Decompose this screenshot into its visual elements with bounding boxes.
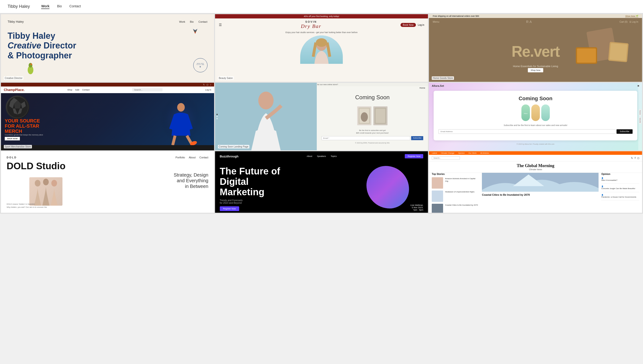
global-instagram-icon[interactable]: ◻ bbox=[637, 157, 639, 159]
global-opinion-2[interactable]: 👤 Concrete Jungle Can Be Made Beautiful bbox=[601, 186, 639, 192]
champ-athlete bbox=[157, 93, 205, 145]
champ-shop[interactable]: Shop bbox=[67, 89, 72, 91]
buzz-webinar-date: 5 Nov 2023, bbox=[411, 206, 423, 209]
buzz-hero: The Future ofDigital Marketing Trends an… bbox=[215, 161, 428, 213]
svg-point-1 bbox=[29, 63, 33, 68]
global-search-input[interactable] bbox=[432, 156, 460, 160]
champ-search-input[interactable] bbox=[132, 88, 163, 92]
erin-subscribe-btn[interactable]: Subscribe bbox=[411, 136, 424, 140]
nav-link-work[interactable]: Work bbox=[41, 4, 50, 9]
global-tab-all[interactable]: All Articles bbox=[480, 152, 489, 154]
erin-photo-panel bbox=[215, 83, 317, 150]
tibby-site-logo: Tibby Haley bbox=[8, 20, 24, 24]
erin-product-1 bbox=[357, 106, 372, 125]
champ-sub: Countless goods that keeps the memory al… bbox=[5, 134, 43, 136]
global-topbar: Latest Climate Change Opinion Our Work A… bbox=[429, 151, 642, 155]
revert-cart[interactable]: Cart (0) bbox=[619, 20, 628, 23]
buzz-topics[interactable]: Topics bbox=[331, 155, 337, 158]
global-story-2[interactable]: Heatwave of Unprecedented Highs bbox=[432, 190, 479, 202]
tibby-headline: Tibby Haley Creative Director & Photogra… bbox=[8, 31, 207, 60]
allura-sidebar: Features Subscribe bbox=[638, 83, 642, 150]
champ-topbar: 𝕏 ◻ ♪ bbox=[1, 83, 214, 86]
card-champ[interactable]: 𝕏 ◻ ♪ ChampPlace. Shop Sale Contact Log … bbox=[1, 83, 214, 150]
drybar-book-btn[interactable]: Book Now bbox=[401, 23, 416, 27]
revert-login[interactable]: & Log In bbox=[629, 20, 638, 23]
champ-sale[interactable]: Sale bbox=[75, 89, 80, 91]
card-allura[interactable]: Allura.Set ■ Coming Soon Allura bbox=[429, 83, 642, 150]
revert-topbar-link[interactable]: Shop Now 🌱 bbox=[625, 15, 638, 17]
global-opinion: Opinion 👤 Was It Increasible? 👤 Concrete… bbox=[601, 173, 639, 213]
svg-point-4 bbox=[316, 38, 327, 47]
buzz-about[interactable]: About bbox=[306, 155, 312, 158]
erin-dot-1 bbox=[216, 114, 218, 115]
dold-about[interactable]: About bbox=[189, 156, 196, 159]
global-tab-latest[interactable]: Latest bbox=[432, 152, 437, 154]
dold-portfolio[interactable]: Portfolio bbox=[176, 156, 185, 159]
erin-email-input[interactable] bbox=[322, 136, 410, 140]
buzz-webinar: Live Webinar, 5 Nov 2023, 7pm - 8pm bbox=[411, 204, 423, 211]
nav-links: Work Bio Contact bbox=[41, 4, 81, 9]
global-story-img-2 bbox=[432, 190, 443, 202]
allura-product-3 bbox=[541, 104, 550, 121]
global-tab-work[interactable]: Our Work bbox=[468, 152, 476, 154]
champ-login[interactable]: Log In bbox=[205, 89, 211, 91]
card-revert[interactable]: Free shipping on all international order… bbox=[429, 14, 642, 82]
global-opinion-text-1: Was It Increasible? bbox=[601, 179, 639, 182]
global-main-story[interactable]: Coastal Cities to Be Inundated by 2070 bbox=[482, 173, 598, 213]
allura-features-tab[interactable]: Features bbox=[639, 109, 641, 116]
tibby-nav-work[interactable]: Work bbox=[179, 20, 185, 23]
dold-headline: DOLD Studio bbox=[7, 161, 208, 171]
revert-shop-btn[interactable]: Shop Now bbox=[528, 68, 543, 72]
svg-text:Allura: Allura bbox=[524, 113, 528, 114]
global-opinion-3[interactable]: 👤 Pandemic: a House Call for Governments bbox=[601, 194, 639, 200]
buzz-speakers[interactable]: Speakers bbox=[317, 155, 326, 158]
svg-rect-8 bbox=[609, 43, 627, 61]
global-facebook-icon[interactable]: f bbox=[635, 157, 635, 159]
allura-subscribe-btn[interactable]: Subscribe bbox=[616, 129, 632, 134]
erin-dot-3 bbox=[216, 118, 218, 119]
drybar-label: Beauty Salon bbox=[218, 76, 234, 80]
global-opinion-1[interactable]: 👤 Was It Increasible? bbox=[601, 177, 639, 184]
card-erin[interactable]: Are you ready for our new online store? … bbox=[215, 83, 428, 150]
global-opinion-title: Opinion bbox=[601, 173, 639, 176]
global-section-label: Climate News bbox=[431, 168, 640, 171]
tibby-nav-contact[interactable]: Contact bbox=[198, 20, 207, 23]
revert-label: Home Goods Store bbox=[432, 76, 454, 80]
dold-top: DOLD Portfolio About Contact bbox=[7, 156, 208, 159]
allura-subscribe-tab[interactable]: Subscribe bbox=[639, 117, 641, 124]
buzz-register-nav-btn[interactable]: Register Now bbox=[405, 154, 423, 158]
drybar-nav: ☰ SOVIN Dry Bar Book Now Log in bbox=[215, 18, 428, 31]
tibby-decoration bbox=[190, 26, 200, 36]
card-dold[interactable]: DOLD Portfolio About Contact DOLD Studio bbox=[1, 151, 214, 213]
global-tab-climate[interactable]: Climate Change bbox=[441, 152, 454, 154]
nav-link-bio[interactable]: Bio bbox=[57, 4, 62, 9]
champ-contact[interactable]: Contact bbox=[82, 89, 90, 91]
svg-rect-31 bbox=[542, 105, 549, 120]
card-buzz[interactable]: Buzzthrough About Speakers Topics Regist… bbox=[215, 151, 428, 213]
card-drybar[interactable]: 40% off your first booking, only today! … bbox=[215, 14, 428, 82]
global-tab-opinion[interactable]: Opinion bbox=[458, 152, 465, 154]
global-opinion-author-2: 👤 bbox=[601, 186, 639, 188]
global-story-3[interactable]: Coastal Cities to Be Inundated by 2070 bbox=[432, 204, 479, 213]
tibby-nav-bio[interactable]: Bio bbox=[190, 20, 194, 23]
global-twitter-icon[interactable]: 𝕏 bbox=[631, 157, 633, 159]
portfolio-grid: Tibby Haley Work Bio Contact Tibby Haley… bbox=[0, 13, 643, 214]
drybar-login[interactable]: Log in bbox=[418, 24, 424, 26]
global-story-1[interactable]: Amazon Activists Arrested in Capital Cit… bbox=[432, 177, 479, 188]
dold-contact[interactable]: Contact bbox=[199, 156, 208, 159]
revert-menu[interactable]: Menu bbox=[433, 20, 439, 23]
svg-point-22 bbox=[258, 92, 274, 110]
buzz-action-btn[interactable]: Register Now bbox=[220, 206, 239, 211]
erin-home-link[interactable]: Home bbox=[419, 87, 425, 89]
allura-email-input[interactable] bbox=[438, 129, 615, 134]
global-main-img bbox=[482, 173, 598, 192]
card-global[interactable]: Latest Climate Change Opinion Our Work A… bbox=[429, 151, 642, 213]
champ-tiktok-icon: ♪ bbox=[210, 84, 211, 86]
global-story-text-3: Coastal Cities to Be Inundated by 2070 bbox=[445, 204, 478, 213]
dold-nav-links: Portfolio About Contact bbox=[176, 156, 208, 159]
champ-headline: YOUR SOURCEFOR ALL-STARMERCH bbox=[5, 118, 43, 134]
champ-nav-links: Shop Sale Contact bbox=[67, 89, 89, 91]
champ-shop-btn[interactable]: SHOP NOW bbox=[5, 137, 20, 140]
card-tibby[interactable]: Tibby Haley Work Bio Contact Tibby Haley… bbox=[1, 14, 214, 82]
nav-link-contact[interactable]: Contact bbox=[69, 4, 81, 9]
